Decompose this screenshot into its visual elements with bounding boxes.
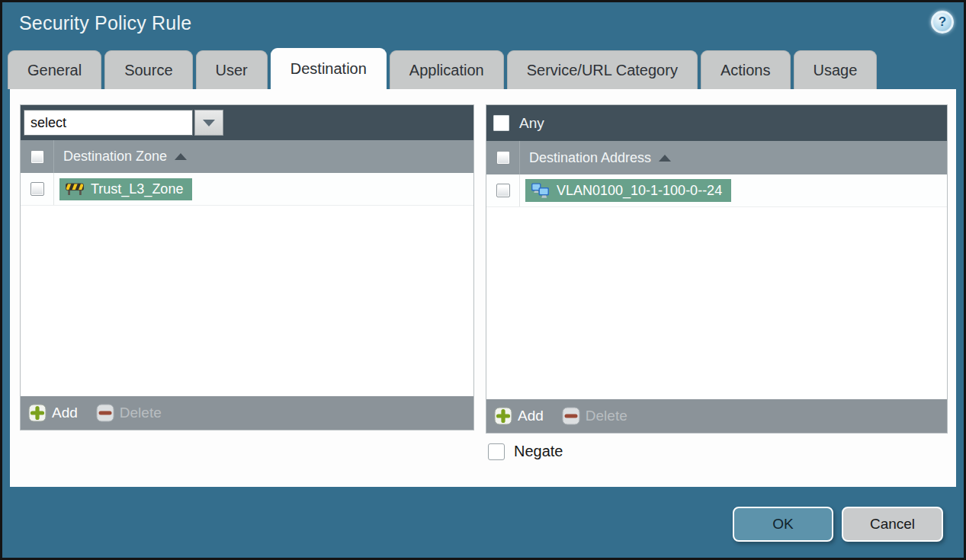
row-checkbox-cell (21, 173, 54, 205)
zone-column-header[interactable]: Destination Zone (21, 140, 473, 173)
zone-list: Trust_L3_Zone (21, 173, 473, 396)
zone-row-checkbox[interactable] (30, 182, 44, 196)
address-list: VLAN0100_10-1-100-0--24 (486, 174, 947, 399)
address-column-header-label: Destination Address (529, 150, 651, 166)
delete-address-label: Delete (586, 408, 627, 424)
tab-bar: General Source User Destination Applicat… (8, 48, 877, 89)
any-bar: Any (486, 105, 947, 141)
row-checkbox-cell (486, 174, 520, 206)
any-label: Any (519, 115, 544, 132)
delete-zone-button[interactable]: Delete (96, 404, 162, 422)
table-row[interactable]: Trust_L3_Zone (21, 173, 473, 206)
address-select-all-checkbox[interactable] (496, 151, 510, 165)
address-row-checkbox[interactable] (496, 184, 510, 197)
add-plus-icon (494, 407, 512, 425)
table-row[interactable]: VLAN0100_10-1-100-0--24 (486, 174, 947, 207)
zone-select-dropdown-button[interactable] (194, 110, 223, 136)
sort-ascending-icon (175, 153, 187, 160)
address-row-label: VLAN0100_10-1-100-0--24 (557, 183, 722, 199)
tab-service-url-category[interactable]: Service/URL Category (507, 50, 698, 89)
zone-select-input[interactable] (24, 110, 193, 136)
dialog-title: Security Policy Rule (19, 12, 191, 34)
delete-minus-icon (96, 404, 114, 422)
zone-column-header-label: Destination Zone (63, 149, 167, 165)
destination-zone-panel: Destination Zone (20, 104, 474, 430)
tab-content-destination: Destination Zone (10, 89, 956, 487)
delete-minus-icon (562, 407, 580, 425)
help-icon[interactable]: ? (931, 11, 954, 34)
zone-row-label: Trust_L3_Zone (91, 181, 183, 197)
zone-select-dropdown (24, 110, 223, 136)
tab-usage[interactable]: Usage (794, 50, 878, 89)
tab-general[interactable]: General (8, 50, 101, 89)
add-plus-icon (28, 404, 47, 422)
zone-header-checkbox-cell (21, 140, 54, 173)
negate-label: Negate (514, 443, 563, 460)
negate-option: Negate (488, 443, 563, 460)
add-address-button[interactable]: Add (494, 407, 544, 425)
zone-value-chip[interactable]: Trust_L3_Zone (59, 178, 192, 200)
ok-button[interactable]: OK (733, 507, 833, 542)
tab-user[interactable]: User (196, 50, 268, 89)
address-header-checkbox-cell (486, 141, 520, 174)
tab-application[interactable]: Application (390, 50, 504, 89)
destination-address-panel: Any Destination Address (486, 104, 948, 434)
any-checkbox[interactable] (493, 115, 509, 131)
sort-ascending-icon (659, 155, 671, 162)
delete-zone-label: Delete (120, 405, 162, 421)
address-panel-footer: Add Delete (486, 399, 947, 433)
add-zone-button[interactable]: Add (28, 404, 78, 422)
network-address-icon (531, 182, 550, 199)
tab-source[interactable]: Source (104, 50, 192, 89)
add-address-label: Add (518, 408, 544, 424)
cancel-button[interactable]: Cancel (842, 507, 943, 542)
negate-checkbox[interactable] (488, 443, 505, 460)
delete-address-button[interactable]: Delete (562, 407, 627, 425)
address-value-chip[interactable]: VLAN0100_10-1-100-0--24 (525, 179, 731, 202)
tab-actions[interactable]: Actions (701, 50, 791, 89)
chevron-down-icon (203, 120, 215, 126)
address-column-header[interactable]: Destination Address (486, 141, 947, 174)
tab-destination[interactable]: Destination (271, 48, 387, 89)
zone-select-all-checkbox[interactable] (30, 150, 44, 164)
security-policy-rule-dialog: Security Policy Rule ? General Source Us… (0, 0, 966, 560)
add-zone-label: Add (52, 405, 78, 421)
zone-icon (65, 181, 85, 197)
zone-filter-bar (21, 105, 473, 140)
zone-panel-footer: Add Delete (21, 396, 473, 430)
